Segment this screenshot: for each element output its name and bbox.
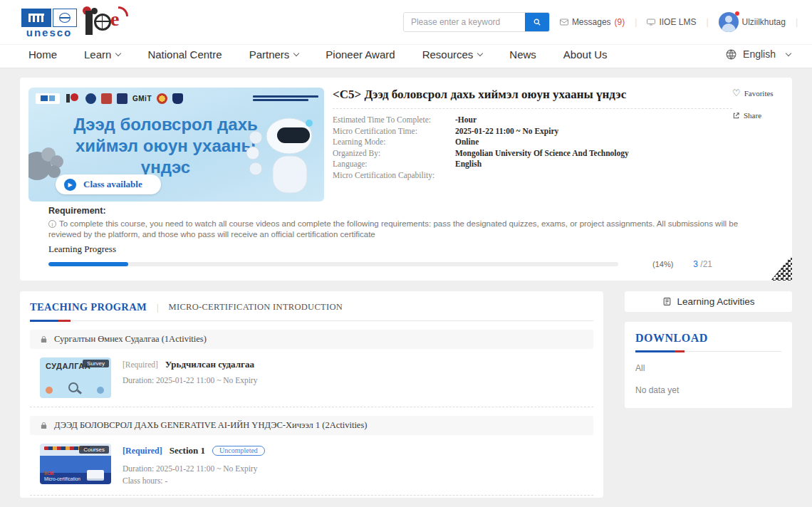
detail-label: Language:: [333, 159, 455, 170]
messages-label: Messages: [572, 17, 611, 27]
search-button[interactable]: [525, 13, 549, 31]
university-seal-icon: [101, 93, 112, 104]
detail-label: Learning Mode:: [333, 137, 455, 148]
detail-value: -Hour: [455, 115, 477, 126]
thumbnail-type-badge: Survey: [83, 360, 109, 367]
globe-icon: [725, 48, 737, 61]
university-seal-icon: [85, 93, 96, 104]
messages-link[interactable]: Messages (9): [560, 17, 625, 27]
info-icon: i: [48, 220, 56, 228]
chevron-down-icon: [477, 50, 483, 56]
progress-fill: [48, 262, 128, 266]
section-header-lesson1[interactable]: ДЭЭД БОЛОВСРОЛ ДАХЬ GENERATIVE AI-ИЙН ҮН…: [30, 416, 593, 435]
nav-item-about-us[interactable]: About Us: [563, 48, 608, 61]
detail-label: Micro Certification Time:: [333, 126, 455, 137]
detail-label: Estimated Time To Complete:: [333, 115, 455, 126]
activity-row-presurvey[interactable]: СУДАЛГАА Survey [Required] Урьдчилсан су…: [30, 349, 593, 405]
nav-item-learn[interactable]: Learn: [84, 48, 120, 61]
section-title: Сургалтын Өмнех Судалгаа (1Activities): [54, 334, 207, 345]
detail-label: Micro Certification Capability:: [333, 170, 455, 182]
unesco-globe-icon: [53, 9, 77, 27]
gmit-logo: GMiT: [132, 95, 152, 103]
iioe-logo: [65, 93, 80, 104]
header-divider: |: [635, 17, 637, 27]
search-icon: [533, 18, 541, 26]
share-button[interactable]: Share: [732, 111, 784, 120]
site-logo[interactable]: unesco e: [21, 6, 128, 38]
envelope-icon: [560, 19, 568, 26]
nav-item-resources[interactable]: Resources: [422, 48, 483, 61]
required-tag: [Required]: [123, 360, 158, 369]
must-text-block: [253, 95, 318, 101]
course-summary-card: GMiT Дээд боловсрол дахь хиймэл оюун уха…: [20, 78, 792, 281]
detail-value: 2025-01-22 11:00 ~ No Expiry: [455, 126, 558, 137]
thumbnail-type-badge: Courses: [79, 446, 109, 454]
status-badge: Uncompleted: [212, 446, 265, 456]
activity-row-section1[interactable]: Courses IIOE Micro-certification [Requir…: [30, 435, 593, 493]
course-banner-image: GMiT Дээд боловсрол дахь хиймэл оюун уха…: [28, 88, 324, 202]
class-available-button[interactable]: ▶ Class available: [56, 174, 161, 194]
section-header-presurvey[interactable]: Сургалтын Өмнех Судалгаа (1Activities): [30, 330, 593, 349]
learning-activities-label: Learning Activities: [677, 296, 755, 307]
detail-value: Mongolian University Of Science And Tech…: [455, 148, 629, 160]
chevron-down-icon: [786, 50, 791, 56]
download-filter-all[interactable]: All: [635, 363, 781, 373]
activity-duration: Duration: 2025-01-22 11:00 ~ No Expiry: [123, 375, 257, 386]
nav-item-home[interactable]: Home: [28, 48, 57, 61]
university-seal-icon: [117, 93, 127, 104]
banner-logo-strip: GMiT: [28, 88, 324, 104]
favorites-button[interactable]: ♡ Favorites: [732, 88, 784, 99]
lock-icon: [40, 422, 48, 429]
tab-teaching-program[interactable]: TEACHING PROGRAM: [30, 301, 147, 313]
nav-item-pioneer-award[interactable]: Pioneer Award: [326, 48, 395, 61]
activity-title: Section 1: [170, 445, 205, 456]
course-details: Estimated Time To Complete:-Hour Micro C…: [333, 115, 732, 181]
tab-micro-certification-introduction[interactable]: MICRO-CERTIFICATION INTRODUCTION: [169, 302, 343, 313]
activity-thumbnail: Courses IIOE Micro-certification: [40, 444, 111, 484]
university-seal-icon: [157, 93, 167, 104]
detail-label: Organized By:: [333, 148, 455, 160]
play-icon: ▶: [64, 179, 76, 191]
required-tag: [Required]: [123, 446, 162, 456]
nav-item-news[interactable]: News: [509, 48, 536, 61]
download-card: DOWNLOAD All No data yet: [625, 322, 792, 408]
tab-separator: |: [157, 302, 159, 313]
search-input[interactable]: [404, 13, 525, 31]
notification-dot: [735, 11, 739, 16]
lock-icon: [40, 335, 48, 343]
iioe-lms-link[interactable]: IIOE LMS: [647, 17, 696, 27]
language-selector[interactable]: English: [725, 48, 791, 61]
detail-value: Online: [455, 137, 479, 148]
progress-percent: (14%): [652, 260, 673, 268]
activity-thumbnail: СУДАЛГАА Survey: [40, 357, 111, 398]
unesco-wordmark: unesco: [26, 27, 73, 38]
section-title: ДЭЭД БОЛОВСРОЛ ДАХЬ GENERATIVE AI-ИЙН ҮН…: [54, 420, 367, 431]
requirement-title: Requirement:: [48, 206, 764, 216]
share-label: Share: [744, 111, 761, 120]
nav-item-partners[interactable]: Partners: [249, 48, 299, 61]
clipboard-icon: [662, 297, 672, 306]
download-underline: [635, 351, 781, 352]
header-divider: |: [796, 17, 798, 27]
monitor-icon: [647, 19, 655, 26]
user-menu[interactable]: Ulziilkhutag: [719, 12, 786, 32]
activity-row-test-copy[interactable]: AI Courses [Required] Тест 【copy】 Uncomp…: [30, 496, 593, 498]
learning-progress-label: Learning Progress: [48, 244, 764, 255]
teaching-program-card: TEACHING PROGRAM | MICRO-CERTIFICATION I…: [20, 291, 603, 498]
activity-class-hours: Class hours: -: [123, 476, 265, 486]
chevron-down-icon: [115, 50, 121, 56]
right-sidebar: Learning Activities DOWNLOAD All No data…: [625, 291, 792, 408]
progress-bar: [48, 262, 618, 266]
must-emblem-icon: [172, 93, 183, 104]
unesco-logo: unesco: [21, 9, 77, 38]
nav-item-national-centre[interactable]: National Centre: [147, 48, 222, 61]
language-label: English: [743, 48, 776, 60]
detail-value: English: [455, 159, 482, 170]
course-title: <C5> Дээд боловсрол дахь хиймэл оюун уха…: [333, 88, 732, 109]
class-available-label: Class available: [83, 179, 142, 190]
download-title: DOWNLOAD: [635, 332, 781, 345]
messages-count-badge: (9): [615, 17, 625, 27]
robot-illustration: [236, 112, 321, 197]
activity-duration: Duration: 2025-01-22 11:00 ~ No Expiry: [123, 464, 265, 474]
learning-activities-button[interactable]: Learning Activities: [625, 291, 792, 312]
